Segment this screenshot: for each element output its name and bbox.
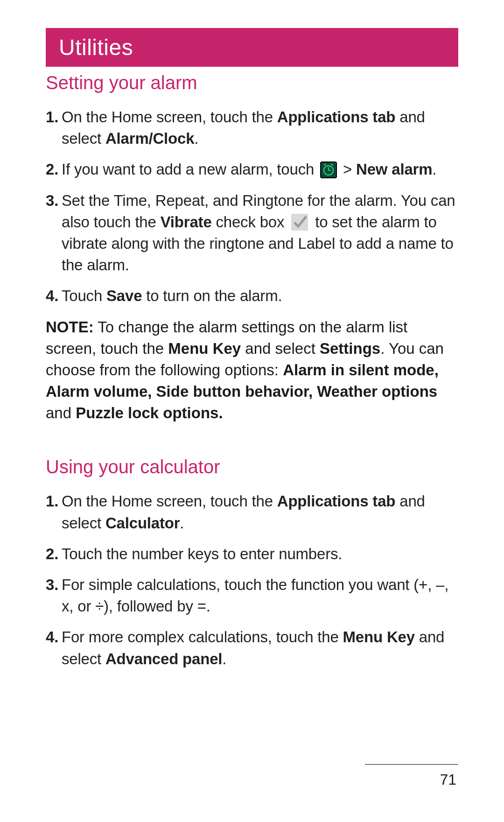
text-run: and select <box>241 340 320 357</box>
text-run: On the Home screen, touch the <box>62 108 277 126</box>
list-item-body: On the Home screen, touch the Applicatio… <box>62 106 458 149</box>
chapter-banner: Utilities <box>46 28 458 67</box>
list-item-number: 4. <box>46 626 62 669</box>
text-run: Puzzle lock options. <box>76 404 223 422</box>
checkbox-icon <box>291 214 308 231</box>
text-run: On the Home screen, touch the <box>62 492 277 510</box>
svg-line-4 <box>331 164 333 165</box>
calculator-steps-list: 1.On the Home screen, touch the Applicat… <box>46 491 458 669</box>
text-run: For more complex calculations, touch the <box>62 628 343 646</box>
list-item-body: Touch Save to turn on the alarm. <box>62 285 458 307</box>
text-run: Alarm/Clock <box>105 130 194 147</box>
list-item: 2.Touch the number keys to enter numbers… <box>46 543 458 565</box>
text-run: Vibrate <box>161 213 212 231</box>
text-run: New alarm <box>356 161 432 178</box>
list-item-body: Touch the number keys to enter numbers. <box>62 543 458 565</box>
list-item-body: On the Home screen, touch the Applicatio… <box>62 491 458 534</box>
alarm-steps-list: 1.On the Home screen, touch the Applicat… <box>46 106 458 307</box>
text-run: Advanced panel <box>105 650 222 667</box>
list-item-number: 1. <box>46 106 62 149</box>
svg-line-3 <box>324 164 326 165</box>
text-run: NOTE: <box>46 318 94 336</box>
text-run: . <box>222 650 226 667</box>
section-title-calculator: Using your calculator <box>46 457 458 478</box>
list-item-number: 3. <box>46 190 62 276</box>
text-run: to turn on the alarm. <box>142 287 282 304</box>
list-item: 1.On the Home screen, touch the Applicat… <box>46 491 458 534</box>
text-run: Applications tab <box>277 492 396 510</box>
text-run: . <box>194 130 198 147</box>
list-item-body: For simple calculations, touch the funct… <box>62 574 458 617</box>
list-item-number: 2. <box>46 543 62 565</box>
list-item-body: If you want to add a new alarm, touch > … <box>62 159 458 180</box>
list-item-number: 3. <box>46 574 62 617</box>
list-item-body: For more complex calculations, touch the… <box>62 626 458 669</box>
list-item: 2.If you want to add a new alarm, touch … <box>46 159 458 180</box>
list-item-number: 2. <box>46 159 62 180</box>
text-run: . <box>432 161 436 178</box>
text-run: check box <box>212 213 289 231</box>
list-item-number: 1. <box>46 491 62 534</box>
list-item: 3.Set the Time, Repeat, and Ringtone for… <box>46 190 458 276</box>
list-item: 1.On the Home screen, touch the Applicat… <box>46 106 458 149</box>
footer-rule <box>365 764 458 765</box>
alarm-note: NOTE: To change the alarm settings on th… <box>46 316 458 424</box>
text-run: Menu Key <box>168 340 241 357</box>
text-run: Settings <box>320 340 380 357</box>
text-run: Save <box>106 287 142 304</box>
text-run: If you want to add a new alarm, touch <box>62 161 318 178</box>
page-number: 71 <box>365 771 458 788</box>
text-run: Applications tab <box>277 108 396 126</box>
list-item: 3.For simple calculations, touch the fun… <box>46 574 458 617</box>
text-run: . <box>180 514 184 532</box>
list-item: 4.Touch Save to turn on the alarm. <box>46 285 458 307</box>
text-run: Calculator <box>105 514 180 532</box>
text-run: For simple calculations, touch the funct… <box>62 576 448 615</box>
list-item-number: 4. <box>46 285 62 307</box>
section-title-alarm: Setting your alarm <box>46 72 458 93</box>
text-run: > <box>339 161 356 178</box>
list-item-body: Set the Time, Repeat, and Ringtone for t… <box>62 190 458 276</box>
page-footer: 71 <box>365 764 458 788</box>
manual-page: Utilities Setting your alarm 1.On the Ho… <box>0 0 504 822</box>
list-item: 4.For more complex calculations, touch t… <box>46 626 458 669</box>
text-run: Touch the number keys to enter numbers. <box>62 545 342 562</box>
text-run: and <box>46 404 76 422</box>
alarm-clock-icon <box>320 162 337 178</box>
text-run: Touch <box>62 287 106 304</box>
text-run: Menu Key <box>343 628 415 646</box>
